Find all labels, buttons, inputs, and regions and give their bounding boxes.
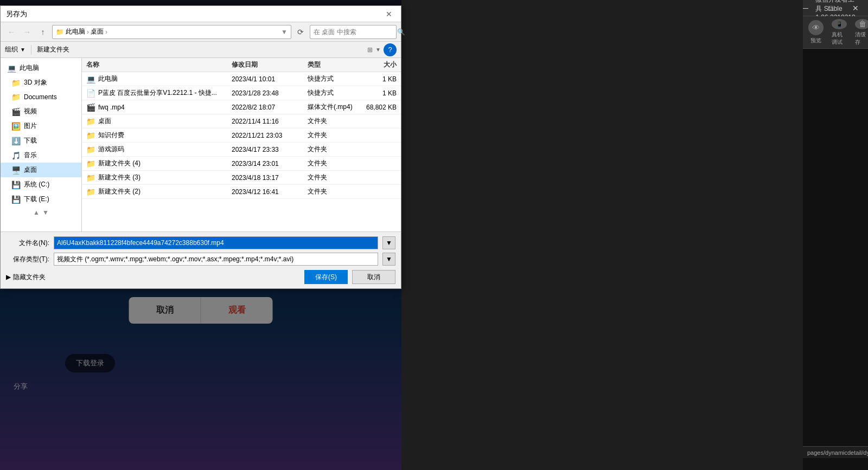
- dialog-cancel-button[interactable]: 取消: [352, 270, 395, 284]
- dialog-sidebar: 💻 此电脑 📁 3D 对象 📁 Documents 🎬 视频 🖼️: [1, 58, 82, 231]
- file-type-6: 文件夹: [303, 159, 358, 168]
- file-size-2: 68,802 KB: [358, 104, 401, 111]
- file-type-2: 媒体文件(.mp4): [303, 102, 358, 112]
- dialog-title: 另存为: [6, 9, 382, 19]
- dialog-nav-toolbar: ← → ↑ 📁 此电脑 › 桌面 › ▼ ⟳ 🔍: [1, 22, 401, 42]
- filename-dropdown-btn[interactable]: ▼: [382, 236, 395, 249]
- file-save-dialog: 另存为 ✕ ← → ↑ 📁 此电脑 › 桌面 › ▼ ⟳ 🔍: [0, 5, 401, 289]
- file-type-0: 快捷方式: [303, 74, 358, 83]
- file-icon-8: 📁: [86, 188, 95, 196]
- wechat-titlebar: 微信开发者工具 Stable 1.06.2210310 ─ □ ✕: [803, 0, 868, 16]
- filetype-dropdown-btn[interactable]: ▼: [382, 253, 395, 266]
- realdevice-icon: 📱: [832, 19, 847, 29]
- sidebar-item-system-c[interactable]: 💾 系统 (C:): [1, 177, 81, 192]
- sidebar-label-downloads: 下载: [24, 136, 37, 145]
- view-toggle-btn[interactable]: ⊞: [367, 46, 373, 54]
- col-header-type: 类型: [303, 60, 358, 69]
- sidebar-scroll-up[interactable]: ▲: [33, 209, 40, 216]
- file-type-1: 快捷方式: [303, 88, 358, 98]
- pictures-icon: 🖼️: [11, 122, 21, 131]
- preview-toolbar-btn[interactable]: 👁 预览: [808, 19, 824, 46]
- file-row-1[interactable]: 📄P蓝皮 百度云批量分享V1.2212.1 - 快捷... 2023/1/28 …: [82, 86, 401, 100]
- sidebar-item-downloads[interactable]: ⬇️ 下载: [1, 133, 81, 148]
- dialog-footer: ▶ 隐藏文件夹 保存(S) 取消: [6, 270, 395, 284]
- view-controls: ⊞ ▼ ?: [367, 43, 397, 56]
- sidebar-item-pictures[interactable]: 🖼️ 图片: [1, 119, 81, 133]
- sidebar-item-desktop[interactable]: 🖥️ 桌面: [1, 163, 81, 177]
- search-input[interactable]: [314, 28, 395, 36]
- sidebar-item-music[interactable]: 🎵 音乐: [1, 148, 81, 163]
- sidebar-scroll-down[interactable]: ▼: [42, 209, 49, 216]
- folder-icon-breadcrumb: 📁: [56, 28, 64, 36]
- organize-dropdown-icon: ▼: [20, 47, 25, 53]
- sidebar-label-documents: Documents: [24, 93, 57, 101]
- sidebar-item-documents[interactable]: 📁 Documents: [1, 90, 81, 104]
- file-row-7[interactable]: 📁新建文件夹 (3) 2023/4/18 13:17 文件夹: [82, 171, 401, 185]
- file-name-4: 知识付费: [98, 131, 124, 140]
- file-name-7: 新建文件夹 (3): [98, 173, 141, 182]
- file-type-4: 文件夹: [303, 131, 358, 140]
- file-icon-0: 💻: [86, 75, 95, 83]
- hidden-files-toggle[interactable]: ▶ 隐藏文件夹: [6, 273, 46, 282]
- file-row-6[interactable]: 📁新建文件夹 (4) 2023/3/14 23:01 文件夹: [82, 157, 401, 171]
- file-row-4[interactable]: 📁知识付费 2022/11/21 23:03 文件夹: [82, 128, 401, 143]
- desktop-icon: 🖥️: [11, 166, 21, 175]
- sidebar-label-videos: 视频: [24, 107, 37, 116]
- filetype-row: 保存类型(T): 视频文件 (*.ogm;*.wmv;*.mpg;*.webm;…: [6, 253, 395, 266]
- breadcrumb-sep2: ›: [105, 28, 107, 36]
- minimize-button[interactable]: ─: [793, 0, 818, 16]
- wechat-toolbar: 👁 预览 📱 真机调试 🗑 清缓存 ⬆ 上传 📋 版本管理 ℹ 详情 🔔 消息: [803, 16, 868, 49]
- file-name-3: 桌面: [98, 117, 111, 126]
- sidebar-item-this-pc[interactable]: 💻 此电脑: [1, 61, 81, 75]
- nav-forward-button[interactable]: →: [21, 25, 34, 38]
- breadcrumb-dropdown[interactable]: ▼: [281, 28, 288, 36]
- sidebar-item-videos[interactable]: 🎬 视频: [1, 104, 81, 119]
- file-row-5[interactable]: 📁游戏源码 2023/4/17 23:33 文件夹: [82, 143, 401, 157]
- nav-up-button[interactable]: ↑: [36, 25, 49, 38]
- save-button[interactable]: 保存(S): [304, 270, 348, 284]
- dialog-close-button[interactable]: ✕: [382, 8, 395, 21]
- maximize-button[interactable]: □: [818, 0, 843, 16]
- dialog-action-buttons: 保存(S) 取消: [304, 270, 395, 284]
- dialog-sub-toolbar: 组织 ▼ 新建文件夹 ⊞ ▼ ?: [1, 42, 401, 58]
- file-icon-6: 📁: [86, 159, 95, 168]
- search-icon: 🔍: [397, 28, 405, 36]
- file-icon-2: 🎬: [86, 103, 95, 112]
- file-date-0: 2023/4/1 10:01: [227, 75, 303, 83]
- documents-icon: 📁: [11, 93, 21, 101]
- new-folder-button[interactable]: 新建文件夹: [37, 45, 69, 54]
- nav-back-button[interactable]: ←: [5, 25, 18, 38]
- sidebar-label-desktop: 桌面: [24, 165, 37, 175]
- close-button[interactable]: ✕: [843, 0, 868, 16]
- file-icon-4: 📁: [86, 131, 95, 140]
- sidebar-item-3d[interactable]: 📁 3D 对象: [1, 75, 81, 90]
- filetype-select[interactable]: 视频文件 (*.ogm;*.wmv;*.mpg;*.webm;*.ogv;*.m…: [54, 253, 378, 266]
- file-icon-7: 📁: [86, 173, 95, 182]
- realdevice-debug-btn[interactable]: 📱 真机调试: [832, 19, 847, 46]
- file-name-5: 游戏源码: [98, 145, 124, 154]
- app-preview-panel: [803, 49, 868, 470]
- file-row-3[interactable]: 📁桌面 2022/11/4 11:16 文件夹: [82, 114, 401, 128]
- view-dropdown-btn[interactable]: ▼: [375, 47, 381, 53]
- sidebar-item-download-e[interactable]: 💾 下载 (E:): [1, 192, 81, 207]
- filename-label: 文件名(N):: [6, 239, 49, 248]
- clear-cache-btn[interactable]: 🗑 清缓存: [855, 19, 868, 46]
- dialog-titlebar: 另存为 ✕: [1, 6, 401, 22]
- organize-button[interactable]: 组织 ▼: [5, 45, 25, 54]
- sidebar-scroll-controls: ▲ ▼: [1, 207, 81, 218]
- sidebar-label-this-pc: 此电脑: [20, 63, 39, 73]
- refresh-button[interactable]: ⟳: [294, 25, 307, 38]
- help-button[interactable]: ?: [384, 43, 397, 56]
- filename-input[interactable]: [54, 236, 378, 249]
- devtools-window: 微信开发者工具 Stable 1.06.2210310 ─ □ ✕ 👁 预览 📱…: [401, 0, 868, 470]
- file-row-0[interactable]: 💻此电脑 2023/4/1 10:01 快捷方式 1 KB: [82, 72, 401, 86]
- file-row-2[interactable]: 🎬fwq .mp4 2022/8/2 18:07 媒体文件(.mp4) 68,8…: [82, 100, 401, 114]
- realdevice-label: 真机调试: [832, 31, 847, 46]
- sidebar-label-pictures: 图片: [24, 121, 37, 131]
- file-date-1: 2023/1/28 23:48: [227, 89, 303, 97]
- file-row-8[interactable]: 📁新建文件夹 (2) 2023/4/12 16:41 文件夹: [82, 185, 401, 199]
- sidebar-label-system-c: 系统 (C:): [24, 180, 49, 189]
- download-e-icon: 💾: [11, 195, 21, 204]
- search-bar: 🔍: [310, 25, 397, 39]
- breadcrumb-this-pc: 此电脑: [66, 27, 85, 36]
